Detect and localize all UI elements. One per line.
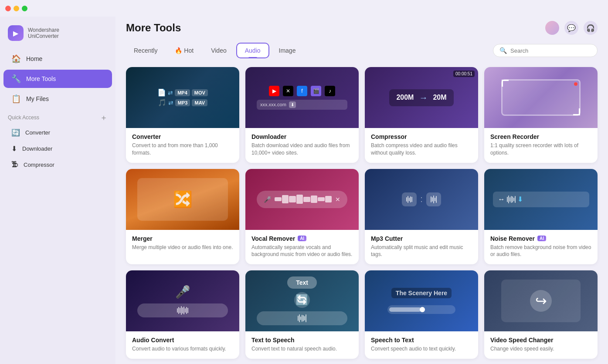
tool-desc-speed: Change video speed easily. [490, 345, 591, 353]
search-input[interactable] [510, 47, 591, 54]
app-logo: ▶ Wondershare UniConverter [0, 21, 115, 49]
tool-name-speech-to-text: Speech to Text [371, 337, 472, 344]
tool-card-screen-recorder[interactable]: Screen Recorder 1:1 quality screen recor… [484, 67, 598, 163]
tools-grid: 📄 ⇄ MP4 MOV 🎵 ⇄ MP3 MAV Converter Conver… [126, 67, 598, 359]
mav-badge: MAV [192, 99, 207, 106]
tool-thumb-speech-to-text: The Scenery Here [365, 270, 478, 331]
arrow-icon: ⇄ [168, 89, 173, 96]
wave-visual [275, 194, 332, 205]
tool-card-audio-convert[interactable]: 🎤 Audio Convert [126, 270, 239, 359]
text-label: Text [287, 276, 317, 289]
tool-thumb-vocal: 🎤 ✕ [245, 169, 359, 230]
tool-card-downloader[interactable]: ▶ ✕ f 🎬 ♪ xxx.xxx.com ⬇ Downloader Batch… [245, 67, 359, 163]
sidebar-item-converter[interactable]: 🔄 Converter [3, 125, 112, 140]
home-icon: 🏠 [11, 54, 21, 64]
slider-bar [387, 305, 455, 314]
bottom-wave [143, 306, 223, 315]
speed-visual: ↪ [501, 280, 581, 322]
tool-card-converter[interactable]: 📄 ⇄ MP4 MOV 🎵 ⇄ MP3 MAV Converter Conver… [126, 67, 239, 163]
format-badges: 📄 ⇄ MP4 MOV 🎵 ⇄ MP3 MAV [157, 88, 208, 107]
chat-button[interactable]: 💬 [564, 21, 578, 35]
user-avatar[interactable] [545, 21, 559, 35]
tool-info-merger: Merger Merge multiple video or audio fil… [126, 230, 239, 257]
corner-tl [502, 80, 509, 87]
speech-wave [257, 311, 347, 325]
tool-thumb-speed: ↪ [484, 270, 598, 331]
sidebar-item-downloader[interactable]: ⬇ Downloader [3, 141, 112, 156]
tool-card-mp3-cutter[interactable]: : Mp3 Cutter Automatically split music [365, 169, 478, 265]
arrow-icon2: ⇄ [168, 99, 173, 106]
nav-home[interactable]: 🏠 Home [3, 50, 112, 68]
tab-image[interactable]: Image [271, 44, 304, 57]
tool-desc-speech-to-text: Convert speech audio to text quickly. [371, 345, 472, 353]
tool-desc-downloader: Batch download video and audio files fro… [251, 142, 353, 157]
scenery-text: The Scenery Here [391, 288, 452, 298]
file-icon: 📄 [157, 88, 166, 97]
tools-icon: 🔧 [11, 74, 21, 84]
tool-desc-compressor: Batch compress video and audio files wit… [371, 142, 472, 157]
tool-desc-recorder: 1:1 quality screen recorder with lots of… [490, 142, 591, 157]
waveform-split: : [402, 192, 441, 206]
tool-card-speech-to-text[interactable]: The Scenery Here Speech to Text Convert … [365, 270, 478, 359]
speed-icon: ↪ [530, 290, 552, 312]
wave-bar [318, 197, 325, 202]
slider-thumb [420, 307, 425, 312]
tool-name-audio-convert: Audio Convert [132, 337, 233, 344]
tool-thumb-noise: ↔ ⬇ [484, 169, 598, 230]
main-header: More Tools 💬 🎧 [126, 21, 598, 35]
sidebar-item-compressor[interactable]: 🗜 Compressor [3, 157, 112, 172]
tool-card-speed[interactable]: ↪ Video Speed Changer Change video speed… [484, 270, 598, 359]
record-dot [574, 82, 577, 86]
tool-card-merger[interactable]: 🔀 ↓ Merger Merge multiple video or audio… [126, 169, 239, 265]
tool-card-compressor[interactable]: 00:00:51 200M → 20M Compressor Batch com… [365, 67, 478, 163]
merge-icon: 🔀 [173, 190, 193, 209]
minimize-button[interactable] [14, 6, 19, 11]
page-title: More Tools [126, 22, 181, 34]
headset-button[interactable]: 🎧 [584, 21, 598, 35]
tool-desc-audio-convert: Convert audio to various formats quickly… [132, 345, 233, 353]
tool-info-speed: Video Speed Changer Change video speed e… [484, 331, 598, 359]
compressor-icon: 🗜 [11, 161, 18, 169]
tool-thumb-merger: 🔀 ↓ [126, 169, 239, 230]
tab-audio[interactable]: Audio [236, 43, 269, 58]
maximize-button[interactable] [22, 6, 27, 11]
waveform-bottom [137, 303, 228, 317]
tool-info-converter: Converter Convert to and from more than … [126, 128, 239, 163]
tool-thumb-speech: Text 🔄 [245, 270, 359, 331]
nav-my-files[interactable]: 📋 My Files [3, 90, 112, 108]
noise-visual: ↔ ⬇ [493, 192, 589, 207]
tool-thumb-downloader: ▶ ✕ f 🎬 ♪ xxx.xxx.com ⬇ [245, 67, 359, 128]
tool-card-noise-remover[interactable]: ↔ ⬇ [484, 169, 598, 265]
tool-thumb-compressor: 00:00:51 200M → 20M [365, 67, 478, 128]
close-button[interactable] [5, 6, 11, 11]
converter-icon: 🔄 [11, 128, 20, 137]
tab-recently[interactable]: Recently [126, 44, 165, 57]
tab-hot[interactable]: 🔥 Hot [167, 44, 201, 57]
search-icon: 🔍 [499, 47, 507, 54]
tab-video[interactable]: Video [203, 44, 234, 57]
wave-bar [325, 196, 332, 202]
tool-info-vocal: Vocal Remover AI Automatically separate … [245, 230, 359, 265]
mov-badge: MOV [192, 89, 208, 96]
tool-name-converter: Converter [132, 133, 233, 140]
traffic-lights [5, 6, 27, 11]
tool-desc-converter: Convert to and from more than 1,000 form… [132, 142, 233, 157]
nav-more-tools[interactable]: 🔧 More Tools [3, 70, 112, 88]
tool-thumb-mp3: : [365, 169, 478, 230]
tool-name-vocal: Vocal Remover AI [251, 235, 353, 242]
tool-name-noise: Noise Remover AI [490, 235, 591, 242]
tool-card-vocal-remover[interactable]: 🎤 ✕ Vocal Remover [245, 169, 359, 265]
download-btn: ⬇ [289, 101, 296, 108]
add-quick-access-button[interactable]: ＋ [100, 112, 108, 123]
tool-info-speech: Text to Speech Convert text to natural s… [245, 331, 359, 359]
facebook-icon: f [297, 86, 307, 96]
tool-info-downloader: Downloader Batch download video and audi… [245, 128, 359, 163]
tool-name-mp3: Mp3 Cutter [371, 235, 472, 242]
quick-access-header: Quick Access ＋ [0, 109, 115, 125]
tool-name-compressor: Compressor [371, 133, 472, 140]
tool-info-noise: Noise Remover AI Batch remove background… [484, 230, 598, 265]
speech-mini-wave [262, 314, 342, 323]
tool-card-text-to-speech[interactable]: Text 🔄 Text to Speech Convert [245, 270, 359, 359]
downloader-icon: ⬇ [11, 145, 17, 153]
compress-visual: 200M → 20M [389, 89, 453, 106]
